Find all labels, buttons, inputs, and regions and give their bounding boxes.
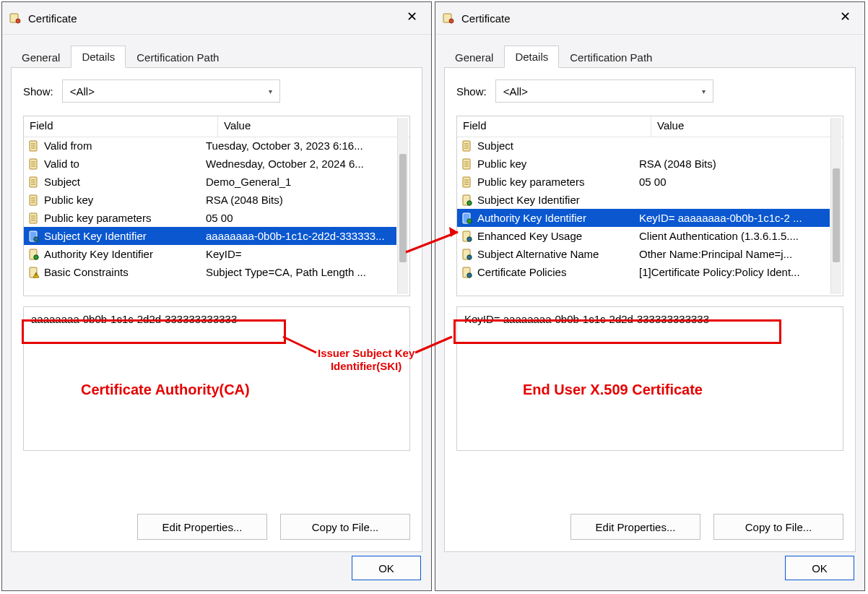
certificate-icon (441, 11, 456, 25)
field-name: Authority Key Identifier (477, 212, 639, 224)
table-row[interactable]: Basic ConstraintsSubject Type=CA, Path L… (24, 263, 396, 281)
table-row[interactable]: SubjectDemo_General_1 (24, 173, 396, 191)
svg-point-23 (34, 236, 38, 241)
field-value: 05 00 (639, 176, 830, 188)
scrollbar[interactable] (830, 118, 841, 294)
field-name: Subject Key Identifier (477, 194, 639, 206)
table-row[interactable]: Subject (457, 137, 830, 155)
table-row[interactable]: Valid fromTuesday, October 3, 2023 6:16.… (24, 137, 396, 155)
field-name: Basic Constraints (44, 266, 206, 278)
ext-icon (460, 231, 474, 242)
tab-body: Show: <All> ▾ Field Value Valid fromTues… (11, 68, 422, 552)
field-list[interactable]: Field Value SubjectPublic keyRSA (2048 B… (456, 116, 843, 296)
table-row[interactable]: Valid toWednesday, October 2, 2024 6... (24, 155, 396, 173)
show-selected-value: <All> (70, 85, 95, 98)
ext-icon (27, 231, 41, 242)
svg-point-48 (467, 236, 472, 241)
ext2-icon (460, 212, 474, 224)
field-value: KeyID= aaaaaaaa-0b0b-1c1c-2 ... (639, 212, 830, 224)
table-row[interactable]: Authority Key IdentifierKeyID= (24, 245, 396, 263)
ext-icon (460, 249, 474, 260)
field-value: Demo_General_1 (206, 176, 396, 188)
edit-properties-button[interactable]: Edit Properties... (570, 514, 700, 540)
field-name: Public key parameters (44, 212, 206, 224)
tab-general[interactable]: General (11, 46, 71, 68)
column-field[interactable]: Field (457, 116, 651, 137)
table-row[interactable]: Subject Key Identifieraaaaaaaa-0b0b-1c1c… (24, 227, 396, 245)
certificate-icon (8, 11, 22, 25)
ext2-icon (460, 194, 474, 206)
close-button[interactable]: ✕ (828, 2, 862, 31)
detail-value-text: aaaaaaaa-0b0b-1c1c-2d2d-333333333333 (31, 313, 237, 325)
field-list-header: Field Value (457, 116, 843, 137)
field-name: Public key (477, 158, 639, 170)
table-row[interactable]: Subject Alternative NameOther Name:Princ… (457, 245, 830, 263)
copy-to-file-button[interactable]: Copy to File... (280, 514, 410, 540)
show-selected-value: <All> (503, 85, 528, 98)
field-name: Authority Key Identifier (44, 248, 206, 260)
svg-point-52 (467, 272, 472, 277)
field-value: RSA (2048 Bits) (639, 158, 830, 170)
page-icon (27, 212, 41, 224)
field-name: Certificate Policies (477, 266, 639, 278)
scrollbar-thumb[interactable] (399, 154, 407, 262)
table-row[interactable]: Public keyRSA (2048 Bits) (457, 155, 830, 173)
field-value: RSA (2048 Bits) (206, 194, 396, 206)
tab-details[interactable]: Details (504, 46, 559, 68)
certificate-dialog-left: Certificate ✕ General Details Certificat… (1, 1, 432, 591)
table-row[interactable]: Subject Key Identifier (457, 191, 830, 209)
svg-point-46 (467, 218, 472, 223)
tabstrip: General Details Certification Path (11, 43, 422, 68)
field-value: Client Authentication (1.3.6.1.5.... (639, 230, 830, 242)
field-value: aaaaaaaa-0b0b-1c1c-2d2d-333333... (206, 230, 396, 242)
svg-point-30 (449, 19, 453, 23)
field-value: Wednesday, October 2, 2024 6... (206, 158, 396, 170)
table-row[interactable]: Public key parameters05 00 (24, 209, 396, 227)
svg-point-25 (34, 254, 38, 259)
field-value: 05 00 (206, 212, 396, 224)
tab-general[interactable]: General (444, 46, 504, 68)
ext-icon (460, 267, 474, 278)
page-icon (460, 158, 474, 170)
field-value: Subject Type=CA, Path Length ... (206, 266, 396, 278)
window-title: Certificate (461, 12, 511, 25)
ok-button[interactable]: OK (352, 556, 421, 580)
copy-to-file-button[interactable]: Copy to File... (713, 514, 843, 540)
field-list-header: Field Value (24, 116, 409, 137)
table-row[interactable]: Enhanced Key UsageClient Authentication … (457, 227, 830, 245)
edit-properties-button[interactable]: Edit Properties... (137, 514, 267, 540)
scrollbar[interactable] (397, 118, 408, 294)
field-name: Subject Alternative Name (477, 248, 639, 260)
tab-body: Show: <All> ▾ Field Value SubjectPublic … (444, 68, 856, 552)
table-row[interactable]: Certificate Policies[1]Certificate Polic… (457, 263, 830, 281)
page-icon (27, 140, 41, 152)
close-button[interactable]: ✕ (395, 2, 428, 31)
ok-button[interactable]: OK (785, 556, 854, 580)
show-label: Show: (23, 85, 53, 98)
field-name: Subject (477, 139, 639, 152)
column-value[interactable]: Value (651, 116, 843, 137)
page-icon (460, 176, 474, 188)
show-dropdown[interactable]: <All> ▾ (495, 79, 713, 103)
tab-details[interactable]: Details (71, 46, 126, 68)
table-row[interactable]: Authority Key IdentifierKeyID= aaaaaaaa-… (457, 209, 830, 227)
field-name: Subject Key Identifier (44, 230, 206, 242)
detail-value-box[interactable]: aaaaaaaa-0b0b-1c1c-2d2d-333333333333 (23, 306, 410, 451)
detail-value-box[interactable]: KeyID= aaaaaaaa-0b0b-1c1c-2d2d-333333333… (456, 306, 843, 451)
tab-certification-path[interactable]: Certification Path (559, 46, 663, 68)
table-row[interactable]: Public keyRSA (2048 Bits) (24, 191, 396, 209)
window-title: Certificate (28, 12, 77, 25)
tab-certification-path[interactable]: Certification Path (126, 46, 230, 68)
titlebar: Certificate ✕ (435, 2, 864, 35)
column-field[interactable]: Field (24, 116, 218, 137)
field-list[interactable]: Field Value Valid fromTuesday, October 3… (23, 116, 410, 296)
svg-point-1 (16, 19, 20, 23)
column-value[interactable]: Value (218, 116, 409, 137)
field-value: KeyID= (206, 248, 396, 260)
scrollbar-thumb[interactable] (833, 168, 840, 262)
table-row[interactable]: Public key parameters05 00 (457, 173, 830, 191)
field-value: Other Name:Principal Name=j... (639, 248, 830, 260)
field-name: Public key (44, 194, 206, 206)
show-dropdown[interactable]: <All> ▾ (62, 79, 280, 103)
detail-value-text: KeyID= aaaaaaaa-0b0b-1c1c-2d2d-333333333… (464, 313, 709, 325)
